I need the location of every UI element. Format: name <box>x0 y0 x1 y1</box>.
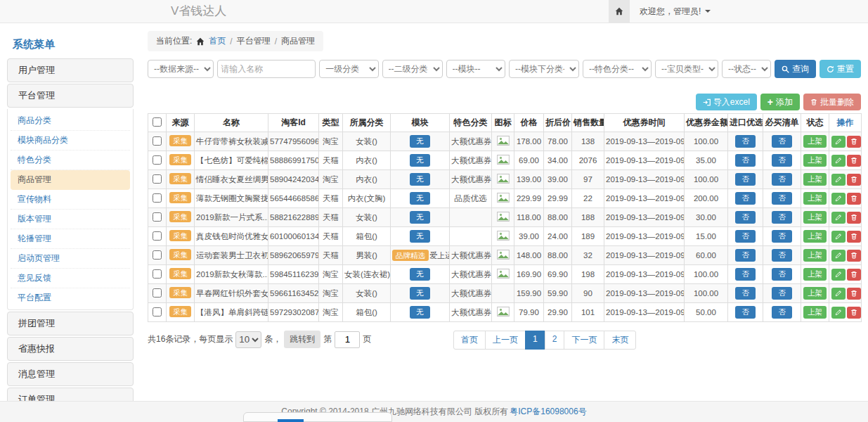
level1-category-select[interactable]: 一级分类 <box>319 60 378 78</box>
data-source-select[interactable]: --数据来源-- <box>148 60 214 78</box>
import-excel-button[interactable]: 导入excel <box>696 94 757 110</box>
imported-toggle[interactable]: 否 <box>735 306 756 319</box>
jump-page-input[interactable] <box>335 331 360 348</box>
module-subcategory-select[interactable]: --模块下分类-- <box>509 60 579 78</box>
status-badge[interactable]: 上架 <box>803 211 827 224</box>
delete-button[interactable] <box>847 288 861 300</box>
sidebar-item[interactable]: 意见反馈 <box>11 269 130 288</box>
must-buy-toggle[interactable]: 否 <box>772 192 792 205</box>
edit-button[interactable] <box>831 288 846 300</box>
module-none-badge[interactable]: 无 <box>410 173 430 186</box>
home-button[interactable] <box>609 0 630 23</box>
sidebar-item[interactable]: 商品管理 <box>11 170 130 190</box>
sidebar-section-0[interactable]: 用户管理 <box>7 58 134 82</box>
page-button[interactable]: 2 <box>545 331 565 350</box>
sidebar-item[interactable]: 轮播管理 <box>11 229 130 249</box>
edit-button[interactable] <box>831 193 846 205</box>
imported-toggle[interactable]: 否 <box>735 287 756 300</box>
module-none-badge[interactable]: 无 <box>410 135 430 148</box>
page-button[interactable]: 末页 <box>604 331 636 350</box>
row-checkbox[interactable] <box>153 155 162 165</box>
row-checkbox[interactable] <box>153 193 162 203</box>
status-badge[interactable]: 上架 <box>803 287 827 300</box>
status-badge[interactable]: 上架 <box>803 249 827 262</box>
page-button[interactable]: 首页 <box>453 331 486 350</box>
module-select[interactable]: --模块-- <box>446 60 505 78</box>
sidebar-section-2[interactable]: 拼团管理 <box>7 312 134 335</box>
page-button[interactable]: 下一页 <box>564 331 604 350</box>
edit-button[interactable] <box>831 174 846 186</box>
select-all-checkbox[interactable] <box>153 117 162 127</box>
sidebar-item[interactable]: 启动页管理 <box>11 249 130 269</box>
delete-button[interactable] <box>847 231 861 243</box>
row-checkbox[interactable] <box>153 250 162 260</box>
delete-button[interactable] <box>847 269 861 281</box>
delete-button[interactable] <box>847 174 861 186</box>
delete-button[interactable] <box>847 136 861 148</box>
add-button[interactable]: + 添加 <box>760 94 800 110</box>
must-buy-toggle[interactable]: 否 <box>772 211 792 224</box>
sidebar-section-3[interactable]: 省惠快报 <box>7 337 134 361</box>
status-badge[interactable]: 上架 <box>803 268 827 281</box>
item-type-select[interactable]: --宝贝类型-- <box>655 60 718 78</box>
must-buy-toggle[interactable]: 否 <box>772 306 792 319</box>
delete-button[interactable] <box>847 193 861 205</box>
must-buy-toggle[interactable]: 否 <box>772 230 792 243</box>
search-button[interactable]: 查询 <box>775 60 816 78</box>
status-badge[interactable]: 上架 <box>803 192 827 205</box>
must-buy-toggle[interactable]: 否 <box>772 287 792 300</box>
imported-toggle[interactable]: 否 <box>735 154 756 167</box>
feature-category-select[interactable]: --特色分类-- <box>583 60 652 78</box>
row-checkbox[interactable] <box>153 136 162 146</box>
status-badge[interactable]: 上架 <box>803 230 827 243</box>
sidebar-section-4[interactable]: 消息管理 <box>7 362 134 386</box>
must-buy-toggle[interactable]: 否 <box>772 268 792 281</box>
must-buy-toggle[interactable]: 否 <box>772 154 792 167</box>
status-badge[interactable]: 上架 <box>803 306 827 319</box>
icp-link[interactable]: 粤ICP备16098006号 <box>510 406 586 418</box>
module-none-badge[interactable]: 无 <box>410 154 430 167</box>
reset-button[interactable]: 重置 <box>820 60 861 78</box>
must-buy-toggle[interactable]: 否 <box>772 135 792 148</box>
status-badge[interactable]: 上架 <box>803 173 827 186</box>
level2-category-select[interactable]: --二级分类-- <box>382 60 443 78</box>
status-select[interactable]: --状态-- <box>722 60 771 78</box>
sidebar-item[interactable]: 平台配置 <box>11 288 130 307</box>
sidebar-item[interactable]: 版本管理 <box>11 210 130 229</box>
delete-button[interactable] <box>847 212 861 224</box>
jump-button[interactable]: 跳转到 <box>284 331 320 348</box>
module-none-badge[interactable]: 无 <box>410 306 430 319</box>
imported-toggle[interactable]: 否 <box>735 211 756 224</box>
user-menu[interactable]: 欢迎您，管理员! <box>630 0 720 23</box>
imported-toggle[interactable]: 否 <box>735 192 756 205</box>
must-buy-toggle[interactable]: 否 <box>772 173 792 186</box>
page-button[interactable]: 1 <box>525 331 545 350</box>
edit-button[interactable] <box>831 136 846 148</box>
sidebar-item[interactable]: 商品分类 <box>11 111 130 131</box>
edit-button[interactable] <box>831 250 846 262</box>
edit-button[interactable] <box>831 212 846 224</box>
row-checkbox[interactable] <box>153 288 162 298</box>
status-badge[interactable]: 上架 <box>803 154 827 167</box>
delete-button[interactable] <box>847 307 861 319</box>
must-buy-toggle[interactable]: 否 <box>772 249 792 262</box>
page-button[interactable]: 上一页 <box>485 331 526 350</box>
row-checkbox[interactable] <box>153 231 162 241</box>
imported-toggle[interactable]: 否 <box>735 135 756 148</box>
imported-toggle[interactable]: 否 <box>735 268 756 281</box>
module-none-badge[interactable]: 无 <box>410 230 430 243</box>
edit-button[interactable] <box>831 231 846 243</box>
row-checkbox[interactable] <box>153 269 162 279</box>
delete-button[interactable] <box>847 250 861 262</box>
breadcrumb-home-link[interactable]: 首页 <box>209 35 226 47</box>
sidebar-item[interactable]: 宣传物料 <box>11 190 130 210</box>
imported-toggle[interactable]: 否 <box>735 249 756 262</box>
imported-toggle[interactable]: 否 <box>735 173 756 186</box>
row-checkbox[interactable] <box>153 212 162 222</box>
per-page-select[interactable]: 10 <box>235 331 261 348</box>
module-none-badge[interactable]: 无 <box>410 192 430 205</box>
delete-button[interactable] <box>847 155 861 167</box>
module-none-badge[interactable]: 无 <box>410 287 430 300</box>
sidebar-item[interactable]: 特色分类 <box>11 151 130 170</box>
sidebar-item[interactable]: 模块商品分类 <box>11 131 130 151</box>
